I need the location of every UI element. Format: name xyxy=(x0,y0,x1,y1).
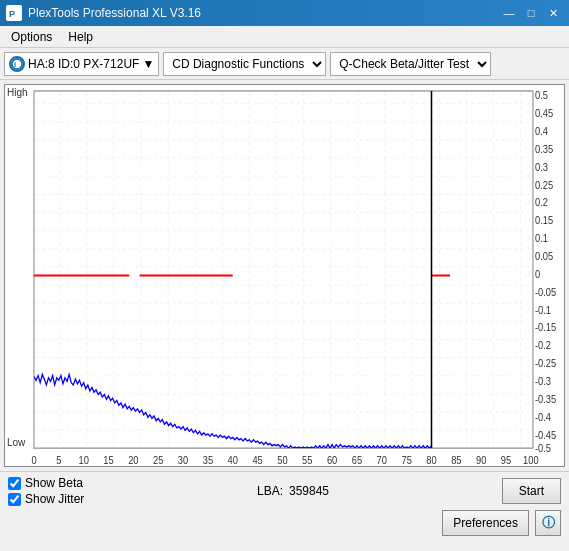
svg-text:20: 20 xyxy=(128,454,139,466)
svg-text:-0.1: -0.1 xyxy=(535,304,551,316)
main-content: High Low 0.5 0.45 0.4 0.35 0.3 xyxy=(0,80,569,551)
svg-text:-0.3: -0.3 xyxy=(535,375,551,387)
checkboxes: Show Beta Show Jitter xyxy=(8,476,84,506)
svg-text:50: 50 xyxy=(277,454,288,466)
preferences-button[interactable]: Preferences xyxy=(442,510,529,536)
svg-text:95: 95 xyxy=(501,454,512,466)
drive-selector[interactable]: i HA:8 ID:0 PX-712UF ▼ xyxy=(4,52,159,76)
function-select[interactable]: CD Diagnostic Functions xyxy=(163,52,326,76)
menu-help[interactable]: Help xyxy=(61,27,100,47)
svg-text:-0.45: -0.45 xyxy=(535,429,557,441)
bottom-top-row: Show Beta Show Jitter LBA: 359845 Start xyxy=(8,476,561,506)
svg-text:0.45: 0.45 xyxy=(535,108,554,120)
chart-area: High Low 0.5 0.45 0.4 0.35 0.3 xyxy=(4,84,565,467)
chart-label-high: High xyxy=(7,87,28,98)
drive-label: HA:8 ID:0 PX-712UF xyxy=(28,57,139,71)
svg-text:0.2: 0.2 xyxy=(535,197,548,209)
title-controls: — □ ✕ xyxy=(499,4,563,22)
svg-text:0.35: 0.35 xyxy=(535,143,554,155)
bottom-panel: Show Beta Show Jitter LBA: 359845 Start … xyxy=(0,471,569,551)
svg-text:65: 65 xyxy=(352,454,363,466)
app-icon: P xyxy=(6,5,22,21)
title-bar-left: P PlexTools Professional XL V3.16 xyxy=(6,5,201,21)
svg-text:0.15: 0.15 xyxy=(535,215,554,227)
drive-icon: i xyxy=(9,56,25,72)
drive-dropdown-arrow: ▼ xyxy=(142,57,154,71)
title-bar: P PlexTools Professional XL V3.16 — □ ✕ xyxy=(0,0,569,26)
svg-text:90: 90 xyxy=(476,454,487,466)
menu-options[interactable]: Options xyxy=(4,27,59,47)
svg-text:100: 100 xyxy=(523,454,539,466)
svg-text:45: 45 xyxy=(252,454,263,466)
chart-svg: 0.5 0.45 0.4 0.35 0.3 0.25 0.2 0.15 0.1 … xyxy=(5,85,564,466)
svg-text:55: 55 xyxy=(302,454,313,466)
svg-text:P: P xyxy=(9,9,15,19)
svg-text:70: 70 xyxy=(377,454,388,466)
show-beta-row: Show Beta xyxy=(8,476,84,490)
show-jitter-checkbox[interactable] xyxy=(8,493,21,506)
bottom-bottom-row: Preferences ⓘ xyxy=(8,510,561,536)
svg-text:0.5: 0.5 xyxy=(535,90,548,102)
svg-text:0: 0 xyxy=(535,268,541,280)
chart-label-low: Low xyxy=(7,437,25,448)
svg-text:0.05: 0.05 xyxy=(535,250,554,262)
svg-text:0.3: 0.3 xyxy=(535,161,548,173)
svg-text:0.4: 0.4 xyxy=(535,125,548,137)
svg-text:75: 75 xyxy=(401,454,412,466)
lba-value: 359845 xyxy=(289,484,329,498)
svg-text:-0.15: -0.15 xyxy=(535,322,557,334)
window-title: PlexTools Professional XL V3.16 xyxy=(28,6,201,20)
svg-text:10: 10 xyxy=(78,454,89,466)
lba-label: LBA: xyxy=(257,484,283,498)
svg-text:0: 0 xyxy=(31,454,37,466)
svg-text:80: 80 xyxy=(426,454,437,466)
svg-text:25: 25 xyxy=(153,454,164,466)
svg-text:-0.05: -0.05 xyxy=(535,286,557,298)
show-beta-label: Show Beta xyxy=(25,476,83,490)
start-button[interactable]: Start xyxy=(502,478,561,504)
svg-text:30: 30 xyxy=(178,454,189,466)
svg-text:40: 40 xyxy=(228,454,239,466)
svg-text:0.25: 0.25 xyxy=(535,179,554,191)
svg-text:-0.35: -0.35 xyxy=(535,393,557,405)
svg-text:0.1: 0.1 xyxy=(535,233,548,245)
test-select[interactable]: Q-Check Beta/Jitter Test xyxy=(330,52,491,76)
svg-text:60: 60 xyxy=(327,454,338,466)
svg-text:-0.2: -0.2 xyxy=(535,340,551,352)
minimize-button[interactable]: — xyxy=(499,4,519,22)
close-button[interactable]: ✕ xyxy=(543,4,563,22)
svg-rect-30 xyxy=(34,91,533,448)
svg-text:35: 35 xyxy=(203,454,214,466)
show-jitter-row: Show Jitter xyxy=(8,492,84,506)
menu-bar: Options Help xyxy=(0,26,569,48)
svg-text:85: 85 xyxy=(451,454,462,466)
info-icon: ⓘ xyxy=(542,514,555,532)
svg-text:-0.4: -0.4 xyxy=(535,411,551,423)
info-button[interactable]: ⓘ xyxy=(535,510,561,536)
show-jitter-label: Show Jitter xyxy=(25,492,84,506)
toolbar: i HA:8 ID:0 PX-712UF ▼ CD Diagnostic Fun… xyxy=(0,48,569,80)
svg-text:15: 15 xyxy=(103,454,114,466)
svg-text:i: i xyxy=(14,60,16,69)
svg-text:-0.25: -0.25 xyxy=(535,358,557,370)
svg-text:5: 5 xyxy=(56,454,62,466)
svg-text:-0.5: -0.5 xyxy=(535,442,551,454)
lba-section: LBA: 359845 xyxy=(257,484,329,498)
maximize-button[interactable]: □ xyxy=(521,4,541,22)
show-beta-checkbox[interactable] xyxy=(8,477,21,490)
